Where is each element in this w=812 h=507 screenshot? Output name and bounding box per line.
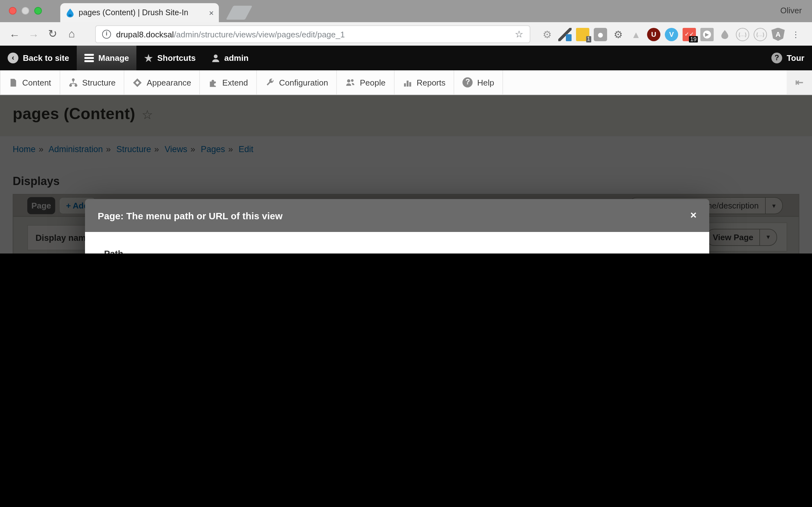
gear-extension-icon[interactable]: ⚙ xyxy=(541,27,554,41)
people-icon xyxy=(345,78,355,87)
video-player-extension-icon[interactable]: ▶ xyxy=(700,27,714,41)
menu-item-structure[interactable]: Structure xyxy=(60,70,125,95)
menu-item-help[interactable]: ? Help xyxy=(455,70,503,95)
drupal-admin-toolbar: ‹ Back to site Manage ★ Shortcuts admin … xyxy=(0,46,812,70)
admin-user-button[interactable]: admin xyxy=(203,46,256,70)
puzzle-icon xyxy=(208,78,218,87)
home-icon[interactable]: ⌂ xyxy=(62,27,81,40)
toolbar-collapse-button[interactable]: ⇤ xyxy=(786,70,812,95)
star-icon: ★ xyxy=(144,52,153,64)
dark-gear-extension-icon[interactable]: ⚙ xyxy=(612,27,625,41)
url-bar[interactable]: i drupal8.docksal /admin/structure/views… xyxy=(95,25,530,43)
bar-chart-icon xyxy=(403,78,412,87)
wrench-icon xyxy=(265,78,275,87)
menu-item-configuration[interactable]: Configuration xyxy=(257,70,337,95)
todo-extension-icon[interactable]: ✓✓19 xyxy=(682,27,696,41)
url-path: /admin/structure/views/view/pages/edit/p… xyxy=(174,30,515,39)
forward-icon[interactable]: → xyxy=(24,27,43,40)
browser-menu-icon[interactable]: ⋮ xyxy=(789,27,803,41)
menu-item-extend[interactable]: Extend xyxy=(200,70,257,95)
menu-item-people[interactable]: People xyxy=(337,70,394,95)
tab-title: pages (Content) | Drush Site-In xyxy=(79,8,205,17)
drupal-admin-menu: Content Structure Appearance Extend Conf… xyxy=(0,70,812,95)
document-icon xyxy=(9,78,18,87)
person-icon xyxy=(211,54,220,62)
extension-badge: 1 xyxy=(586,36,591,42)
bookmark-star-icon[interactable]: ☆ xyxy=(515,29,523,40)
reload-icon[interactable]: ↻ xyxy=(43,27,62,41)
shortcuts-button[interactable]: ★ Shortcuts xyxy=(137,46,203,70)
back-to-site-button[interactable]: ‹ Back to site xyxy=(0,46,77,70)
tour-button[interactable]: ? Tour xyxy=(764,46,812,70)
menu-item-reports[interactable]: Reports xyxy=(394,70,454,95)
manage-button[interactable]: Manage xyxy=(77,46,137,70)
extension-icons: ⚙ 1 ⚙ ▲ U V ✓✓19 ▶ {…} {…} A ⋮ xyxy=(541,25,803,43)
camera-extension-icon[interactable] xyxy=(594,27,607,41)
screen: pages (Content) | Drush Site-In × Oliver… xyxy=(0,0,812,253)
path-modal: Page: The menu path or URL of this view … xyxy=(85,199,709,253)
browser-tab-strip: pages (Content) | Drush Site-In × Oliver xyxy=(0,0,812,22)
angular-extension-icon[interactable]: A xyxy=(771,27,785,41)
chevron-left-circle-icon: ‹ xyxy=(8,53,18,63)
question-circle-icon: ? xyxy=(463,77,473,88)
window-close-button[interactable] xyxy=(9,7,16,14)
url-host: drupal8.docksal xyxy=(116,30,174,39)
window-zoom-button[interactable] xyxy=(34,7,42,14)
browser-profile-name[interactable]: Oliver xyxy=(780,6,802,15)
path-label: Path xyxy=(104,248,690,253)
modal-header: Page: The menu path or URL of this view … xyxy=(85,199,709,232)
back-icon[interactable]: ← xyxy=(5,27,24,40)
drive-extension-icon[interactable]: ▲ xyxy=(629,27,643,41)
menu-item-appearance[interactable]: Appearance xyxy=(125,70,200,95)
menu-item-content[interactable]: Content xyxy=(0,70,60,95)
extension-badge: 19 xyxy=(689,36,698,42)
vue-extension-icon[interactable]: V xyxy=(665,27,678,41)
close-icon[interactable]: × xyxy=(690,209,697,222)
modal-body: Path This view will be displayed by visi… xyxy=(85,232,709,253)
window-minimize-button[interactable] xyxy=(21,7,29,14)
ublock-extension-icon[interactable]: U xyxy=(647,27,660,41)
drupal-favicon xyxy=(65,8,75,17)
json-formatter-extension-icon[interactable]: {…} xyxy=(754,27,767,41)
hamburger-icon xyxy=(84,53,94,63)
modal-title: Page: The menu path or URL of this view xyxy=(98,210,283,221)
paintbrush-icon xyxy=(133,78,142,87)
question-circle-icon: ? xyxy=(771,53,782,63)
new-tab-button[interactable] xyxy=(226,6,252,20)
colorpicker-extension-icon[interactable] xyxy=(558,27,571,41)
page-info-icon[interactable]: i xyxy=(102,30,111,39)
drupal-extension-icon[interactable] xyxy=(718,27,731,41)
tab-close-icon[interactable]: × xyxy=(209,8,214,17)
json-viewer-extension-icon[interactable]: {…} xyxy=(736,27,749,41)
session-manager-extension-icon[interactable]: 1 xyxy=(576,27,589,41)
sitemap-icon xyxy=(68,78,78,87)
browser-tab[interactable]: pages (Content) | Drush Site-In × xyxy=(60,3,219,22)
